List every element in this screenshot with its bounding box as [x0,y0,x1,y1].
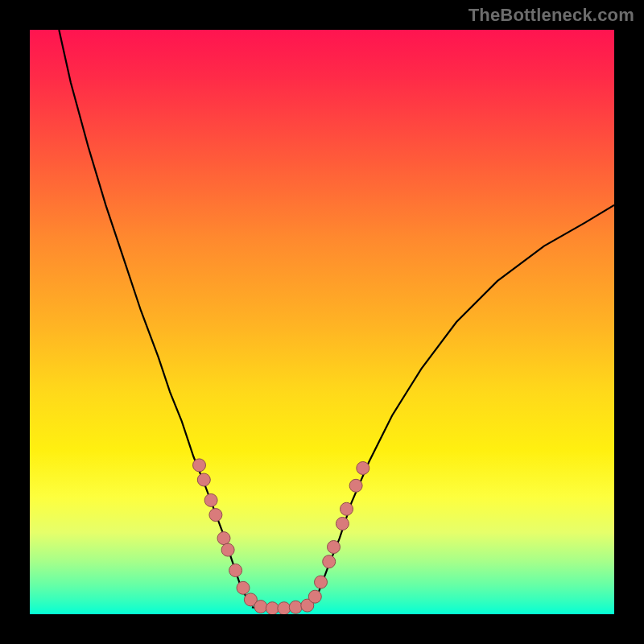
curve-right-branch [311,205,615,605]
scatter-dot [209,509,222,522]
scatter-dot [315,576,328,588]
scatter-dot [289,601,302,613]
watermark-text: TheBottleneck.com [469,5,634,26]
scatter-dots [193,459,369,614]
scatter-dot [328,541,341,554]
scatter-dot [204,493,217,506]
chart-frame: TheBottleneck.com [0,0,644,644]
scatter-dot [323,555,336,568]
scatter-dot [357,462,369,475]
scatter-dot [308,590,321,603]
scatter-dot [341,502,353,515]
chart-svg [30,30,614,614]
curve-left-branch [59,30,252,605]
scatter-dot [197,473,210,486]
scatter-dot [266,602,279,614]
scatter-dot [193,459,206,472]
scatter-dot [349,479,362,492]
scatter-dot [217,532,230,545]
scatter-dot [278,602,291,614]
plot-area [30,30,614,614]
scatter-dot [254,601,267,613]
scatter-dot [221,543,234,556]
scatter-dot [237,581,250,594]
scatter-dot [336,518,349,530]
scatter-dot [229,564,242,577]
